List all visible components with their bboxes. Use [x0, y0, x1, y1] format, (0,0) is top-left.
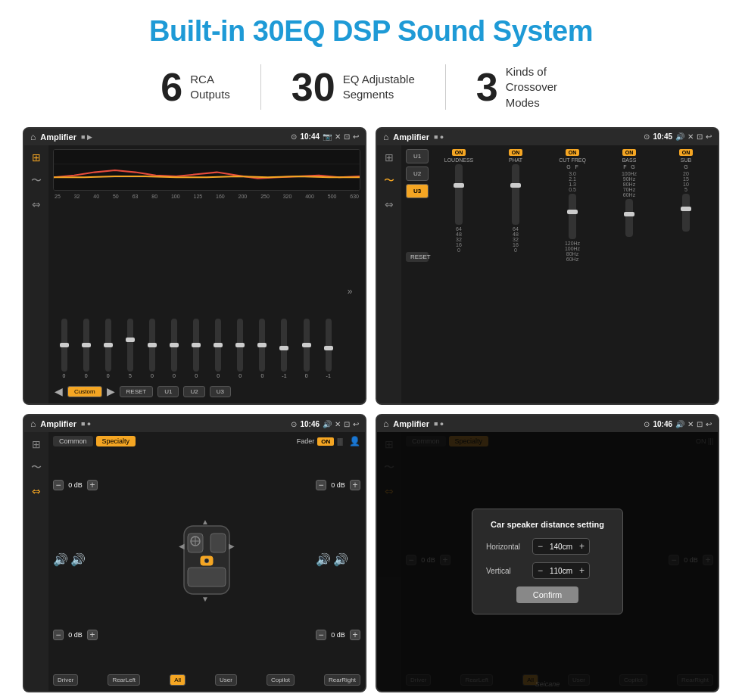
amp-bass-toggle[interactable]: ON	[622, 149, 637, 156]
back-icon-4[interactable]: ↩	[706, 420, 712, 428]
speaker-icon-br: 🔊	[333, 552, 348, 567]
db-minus-tl[interactable]: −	[53, 480, 64, 490]
speaker-sidebar-eq-icon[interactable]: ⊞	[32, 438, 41, 450]
speaker-position-buttons: Driver RearLeft All User Copilot RearRig…	[53, 673, 360, 687]
eq-reset-btn[interactable]: RESET	[120, 386, 154, 397]
amp-sidebar-wave-icon[interactable]: 〜	[384, 174, 394, 188]
close-icon-2[interactable]: ✕	[687, 132, 694, 141]
dialog-vertical-value: 110cm	[546, 567, 576, 575]
db-minus-bl[interactable]: −	[53, 630, 64, 640]
eq-u2-btn[interactable]: U2	[183, 386, 204, 397]
back-icon-3[interactable]: ↩	[353, 420, 359, 428]
pos-all[interactable]: All	[170, 674, 186, 686]
eq-sidebar-arrows-icon[interactable]: ⇔	[32, 198, 41, 210]
amp-bass: ON BASS F G 100Hz90Hz80Hz70Hz60Hz	[602, 149, 656, 262]
amp-loudness-toggle[interactable]: ON	[452, 149, 466, 156]
eq-scroll-icon[interactable]: »	[348, 286, 353, 297]
db-value-tl: 0 dB	[66, 481, 85, 489]
amp-faders: ON LOUDNESS 644832160 ON PHAT	[432, 149, 713, 262]
stat-eq-text: EQ Adjustable Segments	[343, 72, 415, 103]
amp-u2-btn[interactable]: U2	[406, 166, 429, 181]
tab-common[interactable]: Common	[53, 436, 93, 446]
distance-app-title: Amplifier	[393, 419, 429, 428]
home-icon-2[interactable]: ⌂	[383, 132, 388, 142]
eq-u1-btn[interactable]: U1	[157, 386, 179, 397]
eq-custom-btn[interactable]: Custom	[67, 386, 102, 397]
amp-sub-toggle[interactable]: ON	[679, 149, 694, 156]
eq-sidebar-eq-icon[interactable]: ⊞	[32, 151, 41, 163]
pos-user[interactable]: User	[215, 674, 237, 686]
window-icon-4[interactable]: ⊡	[697, 420, 703, 428]
volume-icon-4[interactable]: 🔊	[675, 420, 684, 428]
dialog-vertical-minus[interactable]: −	[538, 565, 543, 576]
tab-specialty[interactable]: Specialty	[96, 436, 136, 446]
home-icon[interactable]: ⌂	[30, 132, 36, 142]
dialog-horizontal-ctrl: − 140cm +	[532, 538, 590, 555]
location-icon: ⊙	[291, 132, 297, 141]
db-value-bl: 0 dB	[66, 631, 85, 639]
window-icon-2[interactable]: ⊡	[697, 132, 703, 141]
stat-eq: 30 EQ Adjustable Segments	[261, 67, 445, 107]
back-icon-2[interactable]: ↩	[706, 132, 712, 141]
db-plus-tr[interactable]: +	[350, 480, 360, 490]
speaker-sidebar-wave-icon[interactable]: 〜	[31, 461, 42, 474]
close-icon-3[interactable]: ✕	[335, 420, 341, 428]
home-icon-4[interactable]: ⌂	[383, 418, 388, 429]
db-minus-tr[interactable]: −	[316, 480, 326, 490]
speaker-icon-tr: 🔊	[316, 552, 331, 567]
amp-phat-label: PHAT	[509, 157, 522, 163]
page-wrapper: Built-in 30EQ DSP Sound System 6 RCA Out…	[0, 0, 742, 700]
eq-graph-svg	[54, 150, 360, 191]
volume-icon-3[interactable]: 🔊	[323, 420, 332, 428]
fader-toggle[interactable]: ON	[317, 437, 334, 446]
db-plus-tl[interactable]: +	[87, 480, 98, 490]
amp-reset-container: RESET	[406, 249, 429, 262]
speaker-sidebar: ⊞ 〜 ⇔	[24, 432, 48, 691]
amp-phat-toggle[interactable]: ON	[509, 149, 523, 156]
eq-prev-btn[interactable]: ◀	[55, 385, 63, 397]
stat-crossover: 3 Kinds of Crossover Modes	[446, 64, 612, 110]
dialog-horizontal-plus[interactable]: +	[579, 541, 585, 552]
eq-u3-btn[interactable]: U3	[210, 386, 231, 397]
eq-slider-10: -1	[281, 319, 287, 378]
speaker-tabs: Common Specialty Fader ON ||| 👤	[53, 436, 360, 446]
close-icon-4[interactable]: ✕	[687, 420, 694, 428]
eq-next-btn[interactable]: ▶	[107, 385, 115, 397]
db-plus-br[interactable]: +	[350, 630, 360, 640]
close-icon[interactable]: ✕	[335, 132, 341, 141]
pos-rearright[interactable]: RearRight	[324, 674, 360, 686]
location-icon-4: ⊙	[644, 420, 650, 428]
amp-sidebar-eq-icon[interactable]: ⊞	[385, 151, 394, 163]
amp-u3-btn[interactable]: U3	[406, 184, 429, 198]
amp-cutfreq-toggle[interactable]: ON	[566, 149, 580, 156]
home-icon-3[interactable]: ⌂	[30, 418, 36, 429]
svg-text:▲: ▲	[201, 518, 209, 526]
amp-phat: ON PHAT 644832160	[488, 149, 543, 262]
dialog-horizontal-minus[interactable]: −	[538, 541, 543, 552]
eq-slider-7: 0	[215, 319, 221, 378]
pos-driver[interactable]: Driver	[53, 674, 78, 686]
pos-copilot[interactable]: Copilot	[267, 674, 295, 686]
pos-rearleft[interactable]: RearLeft	[108, 674, 140, 686]
camera-icon: 📷	[323, 132, 332, 141]
stat-crossover-text: Kinds of Crossover Modes	[506, 64, 581, 110]
volume-icon[interactable]: 🔊	[675, 132, 684, 141]
db-plus-bl[interactable]: +	[87, 630, 98, 640]
back-icon[interactable]: ↩	[353, 132, 359, 141]
amp-u1-btn[interactable]: U1	[406, 149, 429, 163]
db-minus-br[interactable]: −	[316, 630, 326, 640]
location-icon-2: ⊙	[644, 132, 650, 141]
db-control-tl: − 0 dB +	[53, 480, 98, 490]
eq-slider-2: 0	[105, 319, 111, 378]
amp-sidebar-arrows-icon[interactable]: ⇔	[385, 198, 394, 210]
eq-slider-8: 0	[237, 319, 243, 378]
confirm-button[interactable]: Confirm	[516, 586, 579, 603]
window-icon[interactable]: ⊡	[344, 132, 350, 141]
distance-time: 10:46	[653, 420, 672, 428]
eq-sidebar-wave-icon[interactable]: 〜	[31, 174, 42, 188]
amp-reset-btn[interactable]: RESET	[406, 252, 429, 262]
profile-icon[interactable]: 👤	[349, 436, 360, 446]
speaker-sidebar-arrows-icon[interactable]: ⇔	[32, 485, 41, 497]
window-icon-3[interactable]: ⊡	[344, 420, 350, 428]
dialog-vertical-plus[interactable]: +	[579, 565, 585, 576]
